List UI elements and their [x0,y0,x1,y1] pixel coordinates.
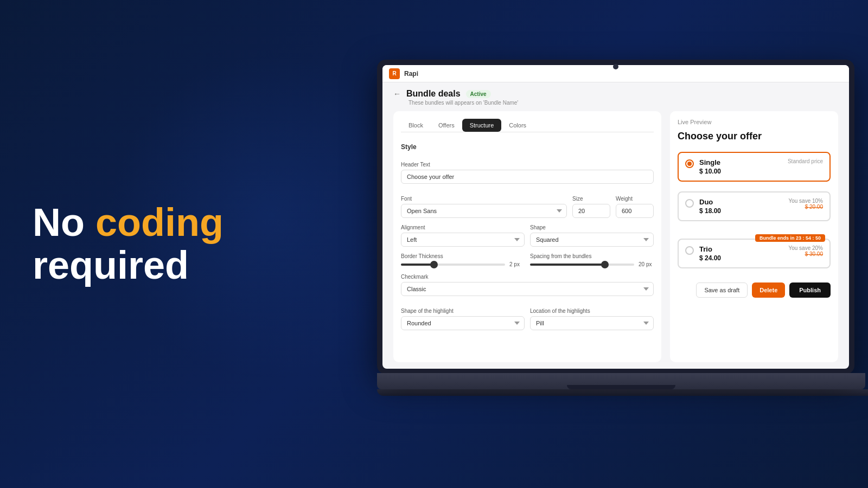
publish-button[interactable]: Publish [789,282,831,298]
app-logo-icon: R [389,68,400,79]
shape-highlight-col: Shape of the highlight Rounded [401,308,525,330]
offer-name-trio: Trio [699,245,783,253]
laptop-bottom [377,389,868,396]
shape-highlight-label: Shape of the highlight [401,308,525,314]
laptop-base [377,373,865,389]
header-text-group: Header Text [401,162,654,184]
offer-info-trio: Trio $ 24.00 [699,245,783,262]
alignment-label: Alignment [401,224,525,230]
hero-line1-text: No [33,201,95,244]
tabs: Block Offers Structure Colors [401,119,654,132]
laptop: R Rapi ← Bundle deals Active These bundl… [377,60,865,428]
font-row: Font Open Sans Size [401,196,654,218]
app-main: ← Bundle deals Active These bundles will… [382,82,849,369]
location-highlight-select[interactable]: Pill [530,316,654,330]
offer-radio-duo [685,199,694,208]
offer-standard-price: Standard price [788,158,823,164]
app-ui: R Rapi ← Bundle deals Active These bundl… [382,65,849,369]
style-section-title: Style [401,143,654,151]
preview-panel: Live Preview Choose your offer Single $ … [670,111,838,362]
size-label: Size [572,196,610,202]
alignment-row: Alignment Left Shape Squared [401,224,654,247]
save-draft-button[interactable]: Save as draft [696,282,748,298]
shape-col: Shape Squared [530,224,654,247]
spacing-slider-row: 20 px [530,261,654,267]
offer-card-duo[interactable]: Duo $ 18.00 You save 10% $ 20.00 [678,191,831,221]
offer-price-trio: $ 24.00 [699,254,783,262]
checkmark-group: Checkmark Classic [401,274,654,296]
offer-card-single[interactable]: Single $ 10.00 Standard price [678,152,831,182]
hero-section: No coding required [33,201,224,287]
offer-badge-trio: Bundle ends in 23 : 54 : 50 [755,234,825,242]
action-row: Save as draft Delete Publish [678,282,831,298]
preview-label: Live Preview [678,119,831,125]
header-text-input[interactable] [401,170,654,184]
border-thickness-value: 2 px [509,261,525,267]
spacing-slider-track[interactable] [530,264,634,266]
tab-colors[interactable]: Colors [501,119,534,132]
offer-right-single: Standard price [788,158,823,164]
checkmark-select[interactable]: Classic [401,282,654,296]
app-brand: Rapi [404,70,418,78]
spacing-col: Spacing from the bundles 20 px [530,253,654,267]
offer-right-trio: You save 20% $ 30.00 [788,245,823,257]
weight-col: Weight [616,196,654,218]
offer-name-single: Single [699,158,782,166]
back-button[interactable]: ← [393,89,401,98]
tab-block[interactable]: Block [401,119,431,132]
size-col: Size [572,196,610,218]
border-thickness-col: Border Thickness 2 px [401,253,525,267]
weight-input[interactable] [616,204,654,218]
location-highlight-col: Location of the highlights Pill [530,308,654,330]
highlight-row: Shape of the highlight Rounded Location … [401,308,654,330]
editor-panel: Block Offers Structure Colors Style Head… [393,111,661,362]
spacing-value: 20 px [639,261,654,267]
shape-select[interactable]: Squared [530,233,654,247]
laptop-screen-inner: R Rapi ← Bundle deals Active These bundl… [382,65,849,369]
alignment-select[interactable]: Left [401,233,525,247]
alignment-col: Alignment Left [401,224,525,247]
offer-radio-trio [685,246,694,255]
two-col-layout: Block Offers Structure Colors Style Head… [393,111,838,362]
offer-radio-single [685,159,694,168]
offer-original-trio: $ 30.00 [788,251,823,257]
hero-heading: No coding required [33,201,224,287]
page-header: ← Bundle deals Active [393,89,838,99]
border-thickness-label: Border Thickness [401,253,525,259]
offer-right-duo: You save 10% $ 20.00 [788,198,823,210]
location-highlight-label: Location of the highlights [530,308,654,314]
spacing-label: Spacing from the bundles [530,253,654,259]
offer-original-duo: $ 20.00 [788,204,823,210]
header-text-label: Header Text [401,162,654,168]
shape-highlight-select[interactable]: Rounded [401,316,525,330]
hero-line2: required [33,243,189,287]
tab-offers[interactable]: Offers [431,119,462,132]
size-input[interactable] [572,204,610,218]
laptop-screen: R Rapi ← Bundle deals Active These bundl… [377,60,854,374]
offer-price-single: $ 10.00 [699,168,782,175]
offer-info-single: Single $ 10.00 [699,158,782,175]
shape-label: Shape [530,224,654,230]
offer-name-duo: Duo [699,198,783,206]
page-subtitle: These bundles will appears on 'Bundle Na… [409,100,838,106]
laptop-wrapper: R Rapi ← Bundle deals Active These bundl… [363,41,868,447]
font-label: Font [401,196,567,202]
font-select[interactable]: Open Sans [401,204,567,218]
page-title: Bundle deals [406,89,461,99]
preview-title: Choose your offer [678,131,831,142]
border-slider-track[interactable] [401,264,505,266]
offer-price-duo: $ 18.00 [699,207,783,215]
font-col: Font Open Sans [401,196,567,218]
offer-save-duo: You save 10% [788,198,823,204]
tab-structure[interactable]: Structure [462,119,502,132]
offer-card-trio[interactable]: Bundle ends in 23 : 54 : 50 Trio $ 24.00… [678,239,831,268]
border-slider-row: 2 px [401,261,525,267]
hero-highlight: coding [95,201,224,244]
offer-save-trio: You save 20% [788,245,823,251]
app-topbar: R Rapi [382,65,849,82]
status-badge: Active [466,90,491,98]
offer-info-duo: Duo $ 18.00 [699,198,783,215]
sliders-row: Border Thickness 2 px [401,253,654,267]
delete-button[interactable]: Delete [752,282,785,298]
weight-label: Weight [616,196,654,202]
